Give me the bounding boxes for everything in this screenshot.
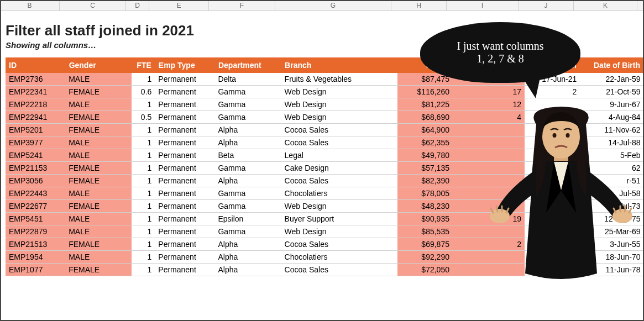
cell[interactable]: $82,390 <box>397 175 453 187</box>
cell[interactable]: FEMALE <box>65 264 132 276</box>
cell[interactable]: 17 <box>453 86 525 98</box>
cell[interactable]: Fruits & Vegetables <box>281 73 397 86</box>
cell[interactable]: $68,690 <box>397 111 453 124</box>
cell[interactable]: Permanent <box>155 86 214 98</box>
cell[interactable]: Gamma <box>214 98 281 111</box>
cell[interactable]: EMP22443 <box>6 187 65 200</box>
ruler-col-H[interactable]: H <box>391 0 447 10</box>
cell[interactable]: EMP22218 <box>6 98 65 111</box>
cell[interactable]: Web Design <box>281 225 397 238</box>
cell[interactable]: EMP21153 <box>6 162 65 175</box>
col-header[interactable]: ID <box>6 57 65 73</box>
cell[interactable]: Cocoa Sales <box>281 124 397 136</box>
cell[interactable]: $85,535 <box>397 225 453 238</box>
cell[interactable]: Gamma <box>214 86 281 98</box>
cell[interactable]: MALE <box>65 187 132 200</box>
cell[interactable]: Permanent <box>155 264 214 276</box>
cell[interactable]: Permanent <box>155 251 214 264</box>
cell[interactable]: EMP22677 <box>6 200 65 213</box>
cell[interactable]: 1 <box>132 225 155 238</box>
cell[interactable]: $116,260 <box>397 86 453 98</box>
cell[interactable]: EMP22879 <box>6 225 65 238</box>
cell[interactable]: 1 <box>132 162 155 175</box>
cell[interactable]: 22-Jan-59 <box>580 73 643 86</box>
cell[interactable]: Gamma <box>214 200 281 213</box>
cell[interactable]: Alpha <box>214 238 281 251</box>
cell[interactable]: Gamma <box>214 187 281 200</box>
cell[interactable]: FEMALE <box>65 238 132 251</box>
cell[interactable]: EMP5201 <box>6 124 65 136</box>
cell[interactable]: MALE <box>65 149 132 162</box>
cell[interactable]: Chocolatiers <box>281 187 397 200</box>
cell[interactable]: Epsilon <box>214 213 281 225</box>
cell[interactable]: EMP5451 <box>6 213 65 225</box>
cell[interactable]: Cocoa Sales <box>281 175 397 187</box>
cell[interactable]: 1 <box>132 213 155 225</box>
cell[interactable]: 1 <box>132 264 155 276</box>
cell[interactable]: 1 <box>132 124 155 136</box>
cell[interactable]: $90,935 <box>397 213 453 225</box>
cell[interactable]: 0.5 <box>132 111 155 124</box>
cell[interactable]: FEMALE <box>65 124 132 136</box>
cell[interactable]: Gamma <box>214 162 281 175</box>
cell[interactable]: Chocolatiers <box>281 251 397 264</box>
cell[interactable]: Buyer Support <box>281 213 397 225</box>
cell[interactable]: EMP5241 <box>6 149 65 162</box>
cell[interactable]: $81,225 <box>397 98 453 111</box>
table-row[interactable]: EMP22341FEMALE0.6PermanentGammaWeb Desig… <box>6 86 644 98</box>
cell[interactable]: 1 <box>132 73 155 86</box>
cell[interactable]: Permanent <box>155 98 214 111</box>
cell[interactable]: EMP3977 <box>6 136 65 149</box>
cell[interactable]: Legal <box>281 149 397 162</box>
ruler-col-D[interactable]: D <box>126 0 149 10</box>
ruler-col-F[interactable]: F <box>209 0 275 10</box>
cell[interactable]: $62,355 <box>397 136 453 149</box>
cell[interactable]: MALE <box>65 136 132 149</box>
cell[interactable]: Permanent <box>155 149 214 162</box>
cell[interactable]: Alpha <box>214 264 281 276</box>
cell[interactable]: Cocoa Sales <box>281 136 397 149</box>
col-header[interactable]: Date of Birth <box>580 57 643 73</box>
col-header[interactable]: Emp Type <box>155 57 214 73</box>
ruler-col-B[interactable]: B <box>0 0 60 10</box>
cell[interactable]: Permanent <box>155 162 214 175</box>
cell[interactable]: 1 <box>132 251 155 264</box>
ruler-col-I[interactable]: I <box>447 0 519 10</box>
cell[interactable]: EMP3056 <box>6 175 65 187</box>
cell[interactable]: EMP21513 <box>6 238 65 251</box>
cell[interactable]: Cake Design <box>281 162 397 175</box>
cell[interactable]: MALE <box>65 213 132 225</box>
cell[interactable]: EMP2736 <box>6 73 65 86</box>
cell[interactable]: Permanent <box>155 111 214 124</box>
cell[interactable]: FEMALE <box>65 111 132 124</box>
cell[interactable]: $57,135 <box>397 162 453 175</box>
ruler-col-J[interactable]: J <box>519 0 574 10</box>
cell[interactable]: Permanent <box>155 225 214 238</box>
cell[interactable]: MALE <box>65 225 132 238</box>
cell[interactable]: Gamma <box>214 111 281 124</box>
cell[interactable]: Permanent <box>155 187 214 200</box>
cell[interactable]: MALE <box>65 98 132 111</box>
cell[interactable]: Alpha <box>214 251 281 264</box>
cell[interactable]: EMP22341 <box>6 86 65 98</box>
cell[interactable]: FEMALE <box>65 162 132 175</box>
col-header[interactable]: FTE <box>132 57 155 73</box>
cell[interactable]: $78,005 <box>397 187 453 200</box>
cell[interactable]: 1 <box>132 187 155 200</box>
ruler-col-E[interactable]: E <box>149 0 209 10</box>
cell[interactable]: Web Design <box>281 111 397 124</box>
cell[interactable]: EMP1077 <box>6 264 65 276</box>
cell[interactable]: Permanent <box>155 213 214 225</box>
ruler-col-K[interactable]: K <box>574 0 637 10</box>
cell[interactable]: $69,875 <box>397 238 453 251</box>
cell[interactable]: 21-Oct-59 <box>580 86 643 98</box>
cell[interactable]: Alpha <box>214 175 281 187</box>
cell[interactable]: Permanent <box>155 73 214 86</box>
col-header[interactable]: Branch <box>281 57 397 73</box>
cell[interactable]: 1 <box>132 149 155 162</box>
cell[interactable]: 1 <box>132 200 155 213</box>
cell[interactable]: Alpha <box>214 136 281 149</box>
cell[interactable]: $72,050 <box>397 264 453 276</box>
cell[interactable]: $92,290 <box>397 251 453 264</box>
cell[interactable]: $49,780 <box>397 149 453 162</box>
